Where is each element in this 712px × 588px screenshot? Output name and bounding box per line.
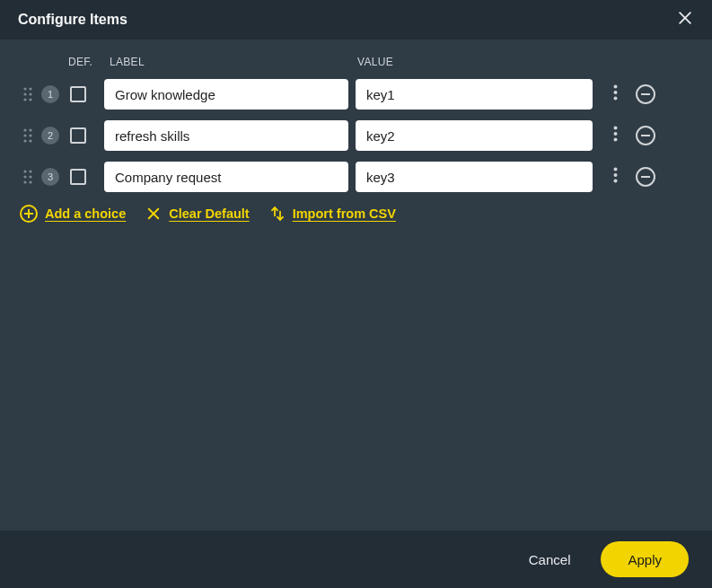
more-vertical-icon [613, 84, 618, 104]
row-number-badge: 2 [41, 127, 59, 145]
svg-point-15 [23, 98, 26, 101]
svg-point-23 [29, 134, 31, 136]
close-button[interactable] [672, 7, 698, 32]
default-checkbox[interactable] [70, 86, 86, 102]
label-input[interactable] [104, 120, 348, 151]
svg-point-14 [29, 92, 31, 95]
svg-point-18 [613, 91, 617, 94]
cancel-button[interactable]: Cancel [520, 545, 580, 575]
svg-point-19 [613, 97, 617, 101]
value-input[interactable] [356, 162, 593, 192]
plus-circle-icon [20, 205, 38, 223]
dialog-title: Configure Items [18, 12, 127, 28]
add-choice-button[interactable]: Add a choice [20, 205, 126, 223]
drag-handle-icon[interactable] [20, 127, 36, 144]
svg-point-21 [29, 128, 31, 131]
svg-point-25 [29, 139, 31, 142]
actions-row: Add a choice Clear Default Import from C… [20, 205, 692, 223]
default-checkbox[interactable] [70, 127, 86, 144]
row-number-badge: 1 [41, 85, 59, 103]
close-icon [676, 9, 694, 31]
column-headers: DEF. LABEL VALUE [20, 56, 692, 68]
remove-row-button[interactable] [636, 84, 655, 104]
remove-row-button[interactable] [636, 167, 655, 187]
dialog-footer: Cancel Apply [0, 531, 712, 588]
svg-point-33 [23, 180, 26, 183]
label-input[interactable] [104, 162, 348, 192]
rows-container: 1 2 [20, 79, 692, 192]
row-menu-button[interactable] [603, 123, 627, 148]
header-label: LABEL [104, 56, 348, 68]
svg-point-32 [29, 175, 31, 178]
dialog-titlebar: Configure Items [0, 0, 712, 39]
svg-point-31 [23, 175, 26, 178]
svg-point-37 [613, 180, 617, 183]
item-row: 3 [20, 162, 692, 192]
svg-point-30 [29, 170, 31, 172]
more-vertical-icon [613, 167, 618, 187]
svg-point-27 [613, 132, 617, 136]
x-icon [145, 206, 162, 222]
apply-button[interactable]: Apply [601, 541, 689, 577]
svg-point-24 [23, 139, 26, 142]
drag-handle-icon[interactable] [20, 86, 36, 102]
row-menu-button[interactable] [603, 164, 627, 189]
label-input[interactable] [104, 79, 348, 110]
import-csv-button[interactable]: Import from CSV [269, 206, 396, 222]
import-icon [269, 206, 286, 222]
item-row: 2 [20, 120, 692, 151]
clear-default-button[interactable]: Clear Default [145, 206, 249, 222]
svg-point-26 [613, 127, 617, 130]
value-input[interactable] [356, 79, 593, 110]
svg-point-34 [29, 180, 31, 183]
svg-point-29 [23, 170, 26, 172]
row-menu-button[interactable] [603, 82, 627, 107]
svg-point-16 [29, 98, 31, 101]
svg-point-28 [613, 138, 617, 142]
svg-point-13 [23, 92, 26, 95]
import-csv-label: Import from CSV [293, 206, 396, 221]
svg-point-35 [613, 168, 617, 171]
more-vertical-icon [613, 126, 618, 145]
svg-point-17 [613, 85, 617, 89]
svg-point-22 [23, 134, 26, 136]
svg-point-12 [29, 87, 31, 90]
default-checkbox[interactable] [70, 169, 86, 185]
header-value: VALUE [348, 56, 393, 68]
dialog-content: DEF. LABEL VALUE [0, 39, 712, 223]
value-input[interactable] [356, 120, 593, 151]
svg-point-11 [23, 87, 26, 90]
drag-handle-icon[interactable] [20, 169, 36, 185]
item-row: 1 [20, 79, 692, 110]
svg-point-20 [23, 128, 26, 131]
row-number-badge: 3 [41, 168, 59, 186]
clear-default-label: Clear Default [169, 206, 249, 221]
add-choice-label: Add a choice [45, 206, 126, 221]
svg-point-36 [613, 173, 617, 177]
header-def: DEF. [68, 56, 104, 68]
remove-row-button[interactable] [636, 126, 655, 145]
